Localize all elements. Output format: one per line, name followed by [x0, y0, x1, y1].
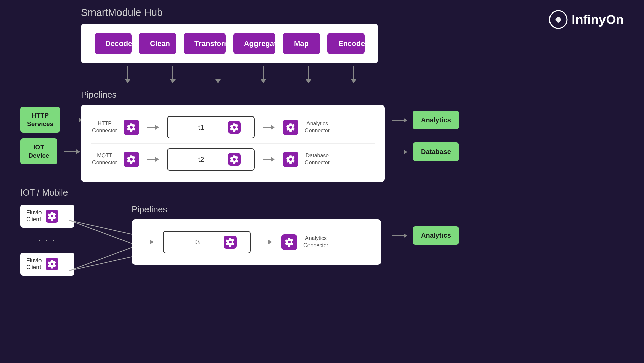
arrow-aggregate: [261, 66, 266, 83]
arrow-encode: [351, 66, 356, 83]
fluvio-client-2: Fluvio Client: [20, 253, 74, 276]
arrow-clean: [170, 66, 176, 83]
pipeline-row-http: HTTP Connector t1 Analytics Conne: [91, 111, 375, 143]
transform-button[interactable]: Transform: [184, 33, 226, 54]
topic-t2-box: t2: [167, 148, 255, 171]
database-right: Database: [392, 142, 459, 161]
db-connector-label: Database Connector: [304, 152, 331, 166]
pipelines-bottom-section: Pipelines t3 Analytics Connector: [132, 204, 381, 265]
analytics-connector-label-1: Analytics Connector: [304, 120, 331, 134]
topic-t3-gear: [224, 236, 237, 249]
clean-button[interactable]: Clean: [139, 33, 176, 54]
logo: InfinyOn: [549, 10, 624, 29]
http-services-node: HTTP Services: [20, 107, 83, 133]
topic-t3-label: t3: [177, 238, 217, 246]
http-connector-label: HTTP Connector: [91, 120, 118, 134]
pipelines-top-title: Pipelines: [81, 89, 385, 100]
analytics-right-top: Analytics: [392, 111, 459, 129]
analytics-label-bottom: Analytics: [413, 226, 459, 245]
encode-button[interactable]: Encode: [327, 33, 365, 54]
fluvio-client-1-label: Fluvio Client: [26, 209, 42, 223]
analytics-connector-gear-1: [283, 120, 298, 135]
arrow-decode: [125, 66, 130, 83]
db-connector-gear: [283, 152, 298, 167]
analytics-connector-gear-bottom: [281, 234, 297, 250]
pipelines-bottom-box: t3 Analytics Connector: [132, 219, 381, 265]
topic-t1-box: t1: [167, 116, 255, 138]
topic-t1-label: t1: [181, 124, 221, 131]
logo-icon: [549, 10, 568, 29]
analytics-label-top: Analytics: [413, 111, 459, 129]
database-label: Database: [413, 142, 459, 161]
pipeline-row-bottom: t3 Analytics Connector: [142, 226, 371, 258]
fluvio-client-1: Fluvio Client: [20, 205, 74, 228]
pipelines-top-section: Pipelines HTTP Connector t1: [81, 89, 385, 182]
hub-box: Decode Clean Transform Aggregate Map Enc…: [81, 24, 378, 63]
aggregate-button[interactable]: Aggregate: [233, 33, 275, 54]
iot-device-node: IOT Device: [20, 138, 80, 164]
topic-t3-box: t3: [163, 231, 251, 253]
topic-t1-gear: [228, 121, 241, 134]
pipeline-row-mqtt: MQTT Connector t2 Database Connec: [91, 143, 375, 175]
http-services-label: HTTP Services: [20, 107, 60, 133]
decode-button[interactable]: Decode: [95, 33, 132, 54]
map-button[interactable]: Map: [283, 33, 320, 54]
dots: · · ·: [20, 234, 74, 246]
hub-title: SmartModule Hub: [81, 7, 378, 18]
iot-device-label: IOT Device: [20, 138, 57, 164]
fluvio-client-2-gear: [46, 258, 58, 270]
analytics-connector-label-bottom: Analytics Connector: [302, 235, 329, 249]
fluvio-client-2-label: Fluvio Client: [26, 257, 42, 271]
arrow-map: [306, 66, 311, 83]
http-gear-icon: [124, 120, 139, 135]
hub-arrows: [125, 66, 356, 83]
analytics-right-bottom: Analytics: [392, 226, 459, 245]
topic-t2-label: t2: [181, 156, 221, 163]
iot-mobile-title: IOT / Mobile: [20, 187, 74, 198]
pipelines-bottom-title: Pipelines: [132, 204, 381, 215]
fluvio-client-1-gear: [46, 210, 58, 223]
mqtt-gear-icon: [124, 152, 139, 167]
hub-section: SmartModule Hub Decode Clean Transform A…: [81, 7, 378, 63]
pipelines-top-box: HTTP Connector t1 Analytics Conne: [81, 105, 385, 182]
logo-text: InfinyOn: [572, 12, 624, 27]
fluvio-clients-container: Fluvio Client · · · Fluvio Client: [20, 205, 74, 276]
iot-mobile-section: IOT / Mobile Fluvio Client · · · Fluvio …: [20, 187, 74, 276]
arrow-transform: [215, 66, 221, 83]
mqtt-connector-label: MQTT Connector: [91, 152, 118, 166]
topic-t2-gear: [228, 153, 241, 166]
